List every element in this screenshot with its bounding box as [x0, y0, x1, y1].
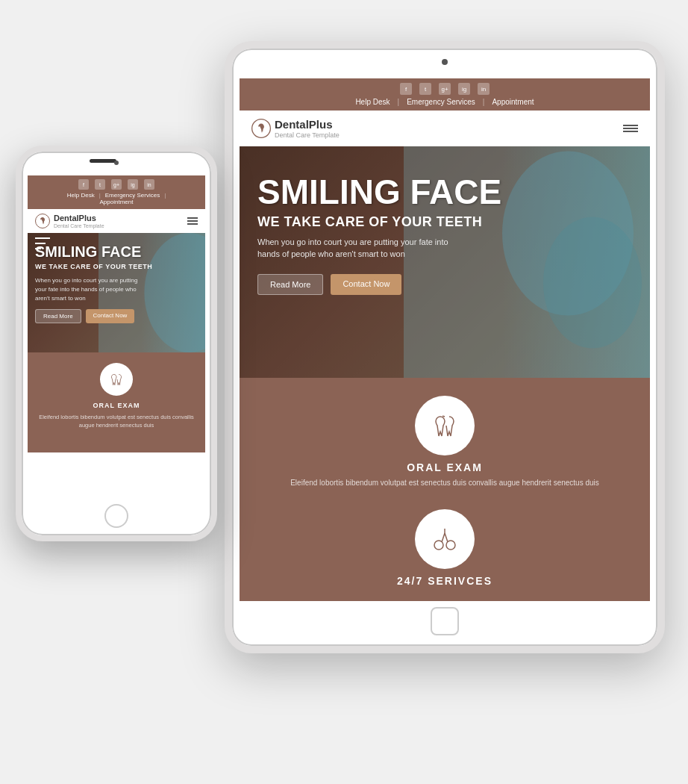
phone-home-button[interactable]	[104, 504, 128, 528]
scissors-icon	[428, 523, 461, 556]
tablet-hero-content: SMILING FACE WE TAKE CARE OF YOUR TEETH …	[240, 146, 650, 378]
twitter-icon[interactable]: t	[419, 83, 431, 95]
phone-website: f t g+ ig in Help Desk | Emergency Servi…	[28, 175, 205, 452]
phone-tooth-icon	[107, 370, 125, 388]
tablet-247-icon-circle	[415, 509, 475, 569]
phone-hero-title: SMILING FACE	[35, 243, 198, 260]
tablet-topbar: f t g+ ig in Help Desk | Emergency Servi…	[240, 78, 650, 111]
phone-screen: f t g+ ig in Help Desk | Emergency Servi…	[28, 175, 205, 498]
linkedin-icon[interactable]: in	[478, 83, 490, 95]
phone-linkedin-icon[interactable]: in	[144, 179, 154, 190]
tablet-contact-now-button[interactable]: Contact Now	[331, 274, 401, 295]
phone-twitter-icon[interactable]: t	[95, 179, 105, 190]
filter-line-1	[35, 237, 50, 239]
tablet-hero: SMILING FACE WE TAKE CARE OF YOUR TEETH …	[240, 146, 650, 378]
phone-tooth-logo-icon	[35, 214, 50, 228]
tablet-hero-title: SMILING FACE	[257, 173, 632, 211]
tablet-website: f t g+ ig in Help Desk | Emergency Servi…	[240, 78, 650, 601]
phone-googleplus-icon[interactable]: g+	[111, 179, 122, 190]
tablet-hamburger-menu[interactable]	[623, 125, 638, 132]
svg-line-7	[445, 533, 448, 542]
phone-top-nav: Help Desk | Emergency Services |	[35, 192, 198, 199]
tablet-hero-buttons: Read More Contact Now	[257, 274, 632, 295]
phone-nav-sep-1: |	[99, 192, 101, 199]
tablet-oral-exam-icon-circle	[415, 396, 475, 455]
tablet-hero-description: When you go into court you are putting y…	[257, 236, 451, 261]
phone-hamburger-menu[interactable]	[187, 217, 198, 225]
phone-hamburger-line-3	[187, 223, 198, 225]
tablet-logo-sub: Dental Care Template	[275, 131, 340, 139]
phone-topbar: f t g+ ig in Help Desk | Emergency Servi…	[28, 175, 205, 209]
tablet-logo[interactable]: DentalPlus Dental Care Template	[251, 118, 340, 139]
phone-filter-icon[interactable]	[35, 237, 50, 249]
nav-sep-2: |	[483, 98, 485, 106]
phone-hamburger-line-2	[187, 220, 198, 222]
phone-hero-content: SMILING FACE WE TAKE CARE OF YOUR TEETH …	[28, 233, 205, 352]
instagram-icon[interactable]: ig	[458, 83, 470, 95]
phone-nav-sep-2: |	[164, 192, 166, 199]
phone-oral-exam-icon-circle	[100, 363, 133, 396]
tooth-icon	[428, 409, 461, 442]
tablet-device: f t g+ ig in Help Desk | Emergency Servi…	[225, 41, 665, 653]
phone-hamburger-line-1	[187, 217, 198, 219]
googleplus-icon[interactable]: g+	[439, 83, 451, 95]
tablet-camera	[442, 59, 448, 65]
tablet-social-icons: f t g+ ig in	[251, 83, 638, 95]
hamburger-line-2	[623, 128, 638, 129]
filter-line-2	[35, 243, 46, 244]
tablet-read-more-button[interactable]: Read More	[257, 274, 323, 295]
phone-hero-subtitle: WE TAKE CARE OF YOUR TEETH	[35, 263, 198, 270]
help-desk-link[interactable]: Help Desk	[355, 98, 390, 106]
phone-hero-buttons: Read More Contact Now	[35, 309, 198, 323]
phone-help-desk-link[interactable]: Help Desk	[67, 192, 95, 199]
phone-services-section: ORAL EXAM Eleifend lobortis bibendum vol…	[28, 352, 205, 452]
phone-instagram-icon[interactable]: ig	[128, 179, 138, 190]
phone-header: DentalPlus Dental Care Template	[28, 209, 205, 233]
phone-device: f t g+ ig in Help Desk | Emergency Servi…	[16, 146, 217, 541]
phone-logo-name: DentalPlus	[54, 214, 104, 223]
nav-sep-1: |	[398, 98, 400, 106]
hamburger-line-3	[623, 131, 638, 132]
emergency-services-link[interactable]: Emergency Services	[407, 98, 475, 106]
phone-logo[interactable]: DentalPlus Dental Care Template	[35, 214, 104, 228]
tablet-header: DentalPlus Dental Care Template	[240, 111, 650, 146]
tablet-service-oral-exam: ORAL EXAM Eleifend lobortis bibendum vol…	[262, 396, 628, 488]
phone-camera	[114, 161, 119, 165]
phone-service-oral-exam: ORAL EXAM Eleifend lobortis bibendum vol…	[35, 363, 198, 430]
phone-speaker	[90, 159, 116, 163]
phone-read-more-button[interactable]: Read More	[35, 309, 81, 323]
tablet-screen: f t g+ ig in Help Desk | Emergency Servi…	[240, 78, 650, 601]
phone-facebook-icon[interactable]: f	[78, 179, 89, 190]
tablet-oral-exam-desc: Eleifend lobortis bibendum volutpat est …	[262, 477, 628, 488]
tablet-top-nav: Help Desk | Emergency Services | Appoint…	[251, 98, 638, 106]
hamburger-line-1	[623, 125, 638, 126]
appointment-link[interactable]: Appointment	[492, 98, 534, 106]
svg-line-6	[442, 533, 445, 542]
facebook-icon[interactable]: f	[400, 83, 412, 95]
tablet-services-section: ORAL EXAM Eleifend lobortis bibendum vol…	[240, 378, 650, 601]
phone-hero-description: When you go into court you are putting y…	[35, 276, 147, 303]
scene: f t g+ ig in Help Desk | Emergency Servi…	[8, 11, 680, 773]
filter-line-3	[35, 248, 41, 249]
phone-appointment-link[interactable]: Appointment	[100, 199, 134, 205]
tooth-logo-icon	[251, 119, 271, 138]
tablet-home-button[interactable]	[431, 607, 459, 635]
tablet-oral-exam-title: ORAL EXAM	[262, 461, 628, 473]
phone-top-nav-2: Appointment	[35, 199, 198, 205]
phone-logo-sub: Dental Care Template	[54, 223, 104, 228]
phone-emergency-link[interactable]: Emergency Services	[105, 192, 160, 199]
phone-hero: SMILING FACE WE TAKE CARE OF YOUR TEETH …	[28, 233, 205, 352]
phone-social-icons: f t g+ ig in	[35, 179, 198, 190]
tablet-247-title: 24/7 SERIVCES	[262, 575, 628, 587]
phone-oral-exam-desc: Eleifend lobortis bibendum volutpat est …	[35, 413, 198, 430]
tablet-service-247: 24/7 SERIVCES	[262, 509, 628, 587]
phone-oral-exam-title: ORAL EXAM	[35, 402, 198, 409]
tablet-logo-name: DentalPlus	[275, 118, 340, 131]
tablet-hero-subtitle: WE TAKE CARE OF YOUR TEETH	[257, 214, 632, 230]
phone-contact-now-button[interactable]: Contact Now	[86, 309, 135, 323]
